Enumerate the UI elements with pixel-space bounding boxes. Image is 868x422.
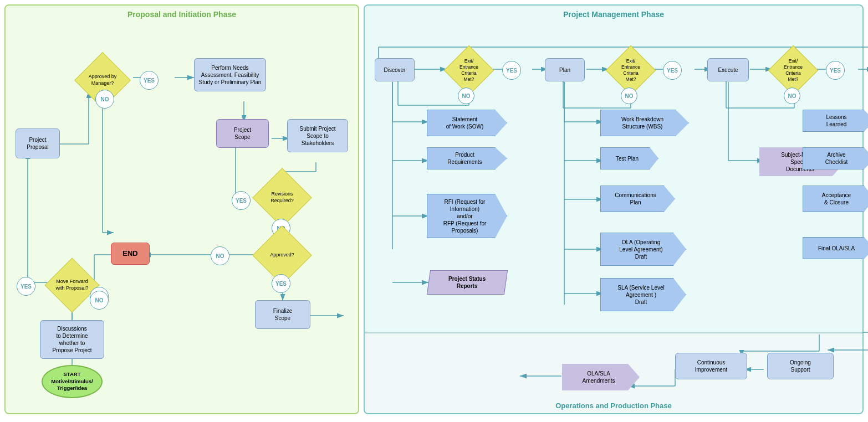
- discussions-node: Discussions to Determine whether to Prop…: [40, 320, 104, 359]
- yes-manager: YES: [140, 71, 159, 90]
- left-phase-title: Proposal and Initiation Phase: [127, 10, 236, 19]
- yes-approved: YES: [272, 274, 290, 293]
- sow-node: Statement of Work (SOW): [427, 110, 507, 136]
- ongoing-support-node: Ongoing Support: [767, 353, 834, 379]
- ops-phase-title: Operations and Production Phase: [555, 402, 671, 410]
- product-req-node: Product Requirements: [427, 147, 507, 169]
- no-manager: NO: [95, 90, 114, 109]
- yes-exit3: YES: [826, 61, 845, 80]
- final-ola-node: Final OLA/SLA: [803, 237, 868, 259]
- no-exit3: NO: [784, 88, 800, 104]
- yes-move-forward: YES: [17, 277, 35, 296]
- exit1-diamond: Exit/ Entrance Criteria Met?: [442, 52, 496, 89]
- revisions-diamond: Revisions Required?: [252, 176, 313, 219]
- rfi-node: RFI (Request for Information) and/or RFP…: [427, 194, 507, 238]
- project-status-node: Project Status Reports: [427, 269, 507, 296]
- wbs-node: Work Breakdown Structure (WBS): [600, 110, 689, 136]
- continuous-improvement-node: Continuous Improvement: [675, 353, 747, 379]
- exit2-diamond: Exit/ Entrance Criteria Met?: [604, 52, 657, 89]
- lessons-node: Lessons Learned: [803, 110, 868, 132]
- approved-diamond: Approved?: [252, 234, 313, 277]
- right-phase-title: Project Management Phase: [563, 10, 664, 19]
- yes-exit2: YES: [663, 61, 682, 80]
- comms-plan-node: Communications Plan: [600, 186, 675, 212]
- no-exit2: NO: [621, 88, 637, 104]
- ola-sla-amendments-node: OLA/SLA Amendments: [562, 364, 640, 390]
- yes-exit1: YES: [502, 61, 521, 80]
- start-node: START Motive/Stimulus/ Trigger/Idea: [39, 364, 105, 399]
- project-proposal-node: Project Proposal: [16, 128, 60, 158]
- left-panel: Proposal and Initiation Phase: [4, 4, 359, 414]
- no-approved: NO: [211, 246, 229, 265]
- yes-revisions: YES: [232, 191, 251, 210]
- ola-node: OLA (Operating Level Agreement) Draft: [600, 233, 686, 266]
- ops-section: Continuous Improvement Ongoing Support O…: [365, 333, 862, 413]
- sla-node: SLA (Service Level Agreement ) Draft: [600, 278, 686, 311]
- no-exit1: NO: [458, 88, 474, 104]
- perform-needs-node: Perform Needs Assessment, Feasibility St…: [194, 58, 266, 91]
- submit-scope-node: Submit Project Scope to Stakeholders: [287, 119, 348, 152]
- exit3-diamond: Exit/ Entrance Criteria Met?: [767, 52, 820, 89]
- end-node: END: [111, 243, 150, 265]
- archive-node: Archive Checklist: [803, 147, 868, 169]
- acceptance-node: Acceptance & Closure: [803, 186, 868, 212]
- right-panel: Project Management Phase: [364, 4, 864, 414]
- discover-node: Discover: [375, 58, 415, 81]
- plan-node: Plan: [545, 58, 585, 81]
- project-scope-node: Project Scope: [216, 119, 269, 148]
- no-end: NO: [90, 291, 109, 310]
- test-plan-node: Test Plan: [600, 147, 658, 169]
- main-container: Proposal and Initiation Phase: [0, 0, 868, 422]
- finalize-scope-node: Finalize Scope: [255, 300, 310, 329]
- execute-node: Execute: [707, 58, 749, 81]
